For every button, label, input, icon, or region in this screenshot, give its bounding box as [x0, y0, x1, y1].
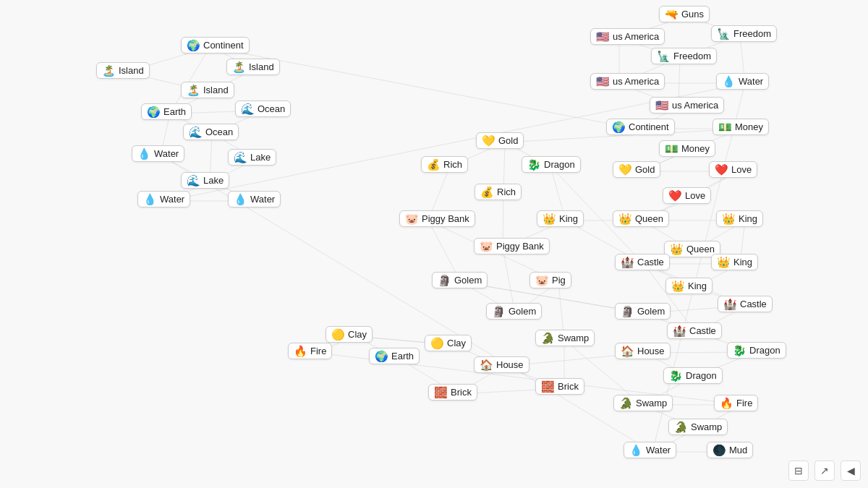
node-king3[interactable]: 👑King: [711, 254, 758, 270]
node-icon-continent2: 🌍: [612, 121, 626, 132]
node-island1[interactable]: 🏝️Island: [96, 62, 150, 79]
node-water1[interactable]: 💧Water: [132, 145, 184, 162]
node-fire1[interactable]: 🔥Fire: [288, 343, 332, 359]
node-label-usamerica3: us America: [672, 100, 718, 111]
filter-button[interactable]: ⊟: [788, 461, 809, 481]
node-icon-freedom2: 🗽: [657, 51, 671, 61]
node-rich1[interactable]: 💰Rich: [421, 156, 468, 173]
node-rich2[interactable]: 💰Rich: [475, 184, 522, 200]
node-gold2[interactable]: 💛Gold: [613, 161, 660, 178]
node-earth2[interactable]: 🌍Earth: [369, 348, 420, 364]
node-label-dragon3: Dragon: [686, 370, 717, 381]
node-label-piggybank1: Piggy Bank: [422, 213, 469, 224]
node-label-money1: Money: [735, 121, 763, 132]
node-brick1[interactable]: 🧱Brick: [428, 384, 477, 401]
node-love2[interactable]: ❤️Love: [663, 187, 711, 204]
toolbar: ⊟ ↗ ◀: [788, 461, 861, 481]
node-label-king1: King: [559, 213, 578, 224]
node-water4[interactable]: 💧Water: [716, 73, 769, 90]
node-label-house2: House: [637, 346, 665, 356]
node-label-island3: Island: [203, 85, 229, 95]
node-guns1[interactable]: 🔫Guns: [659, 6, 710, 22]
node-label-piggybank2: Piggy Bank: [496, 241, 544, 252]
node-label-rich2: Rich: [497, 187, 516, 197]
node-brick2[interactable]: 🧱Brick: [535, 378, 584, 395]
node-piggybank2[interactable]: 🐷Piggy Bank: [474, 238, 550, 254]
node-label-gold2: Gold: [635, 164, 655, 175]
node-label-house1: House: [496, 359, 524, 370]
node-lake1[interactable]: 🌊Lake: [228, 149, 276, 166]
node-swamp3[interactable]: 🐊Swamp: [668, 419, 728, 435]
node-house2[interactable]: 🏠House: [615, 343, 671, 359]
node-icon-island1: 🏝️: [102, 65, 116, 76]
node-freedom1[interactable]: 🗽Freedom: [711, 25, 777, 42]
node-icon-rich1: 💰: [427, 159, 441, 170]
node-icon-guns1: 🔫: [665, 9, 678, 20]
node-ocean1[interactable]: 🌊Ocean: [235, 100, 291, 117]
node-love1[interactable]: ❤️Love: [709, 161, 757, 178]
node-swamp1[interactable]: 🐊Swamp: [535, 330, 595, 346]
node-golem3[interactable]: 🗿Golem: [615, 303, 671, 320]
node-label-ocean2: Ocean: [205, 127, 233, 137]
node-golem1[interactable]: 🗿Golem: [432, 272, 488, 288]
node-icon-dragon3: 🐉: [669, 370, 683, 381]
node-usamerica3[interactable]: 🇺🇸us America: [650, 97, 724, 114]
node-water5[interactable]: 💧Water: [624, 442, 676, 458]
node-icon-earth2: 🌍: [375, 351, 388, 361]
node-label-swamp3: Swamp: [691, 421, 722, 432]
node-island2[interactable]: 🏝️Island: [226, 59, 280, 75]
node-usamerica2[interactable]: 🇺🇸us America: [590, 73, 665, 90]
node-icon-piggybank1: 🐷: [405, 213, 419, 224]
node-king2[interactable]: 👑King: [716, 210, 763, 227]
node-fire2[interactable]: 🔥Fire: [714, 395, 758, 411]
node-queen1[interactable]: 👑Queen: [613, 210, 669, 227]
node-money1[interactable]: 💵Money: [712, 119, 769, 135]
node-earth1[interactable]: 🌍Earth: [141, 103, 192, 120]
node-piggybank1[interactable]: 🐷Piggy Bank: [399, 210, 475, 227]
node-icon-earth1: 🌍: [147, 106, 161, 117]
node-label-freedom2: Freedom: [673, 51, 711, 61]
node-money2[interactable]: 💵Money: [659, 140, 715, 157]
node-dragon1[interactable]: 🐉Dragon: [522, 156, 581, 173]
node-water3[interactable]: 💧Water: [228, 191, 281, 207]
node-icon-golem1: 🗿: [438, 275, 451, 286]
node-water2[interactable]: 💧Water: [137, 191, 190, 207]
node-swamp2[interactable]: 🐊Swamp: [613, 395, 673, 411]
node-icon-ocean2: 🌊: [189, 127, 203, 137]
node-icon-castle1: 🏰: [621, 257, 634, 267]
node-dragon3[interactable]: 🐉Dragon: [663, 367, 723, 384]
node-icon-queen1: 👑: [618, 213, 632, 224]
node-label-castle1: Castle: [637, 257, 664, 267]
node-castle2[interactable]: 🏰Castle: [718, 296, 773, 312]
node-icon-house2: 🏠: [621, 346, 634, 356]
node-ocean2[interactable]: 🌊Ocean: [183, 124, 239, 140]
node-clay1[interactable]: 🟡Clay: [326, 326, 373, 343]
node-continent2[interactable]: 🌍Continent: [606, 119, 675, 135]
node-castle1[interactable]: 🏰Castle: [615, 254, 670, 270]
node-island3[interactable]: 🏝️Island: [181, 82, 234, 98]
sound-button[interactable]: ◀: [841, 461, 861, 481]
node-king4[interactable]: 👑King: [665, 278, 712, 294]
node-usamerica1[interactable]: 🇺🇸us America: [590, 28, 665, 45]
node-label-queen2: Queen: [686, 244, 715, 254]
node-label-usamerica2: us America: [613, 76, 659, 87]
arrow-button[interactable]: ↗: [814, 461, 835, 481]
node-icon-golem3: 🗿: [621, 306, 634, 317]
node-house1[interactable]: 🏠House: [474, 356, 529, 373]
node-pig1[interactable]: 🐷Pig: [529, 272, 571, 288]
node-label-rich1: Rich: [443, 159, 462, 170]
node-label-golem1: Golem: [454, 275, 482, 286]
node-continent1[interactable]: 🌍Continent: [181, 37, 250, 53]
node-dragon2[interactable]: 🐉Dragon: [727, 342, 786, 359]
node-lake2[interactable]: 🌊Lake: [181, 172, 229, 189]
node-mud1[interactable]: 🌑Mud: [707, 442, 753, 458]
node-king1[interactable]: 👑King: [537, 210, 584, 227]
node-golem2[interactable]: 🗿Golem: [486, 303, 542, 320]
node-gold1[interactable]: 💛Gold: [476, 132, 524, 149]
node-clay2[interactable]: 🟡Clay: [425, 335, 472, 351]
node-label-fire1: Fire: [310, 346, 326, 356]
node-icon-mud1: 🌑: [712, 445, 726, 455]
node-freedom2[interactable]: 🗽Freedom: [651, 48, 717, 64]
node-icon-gold1: 💛: [482, 135, 495, 146]
node-castle3[interactable]: 🏰Castle: [667, 322, 722, 339]
